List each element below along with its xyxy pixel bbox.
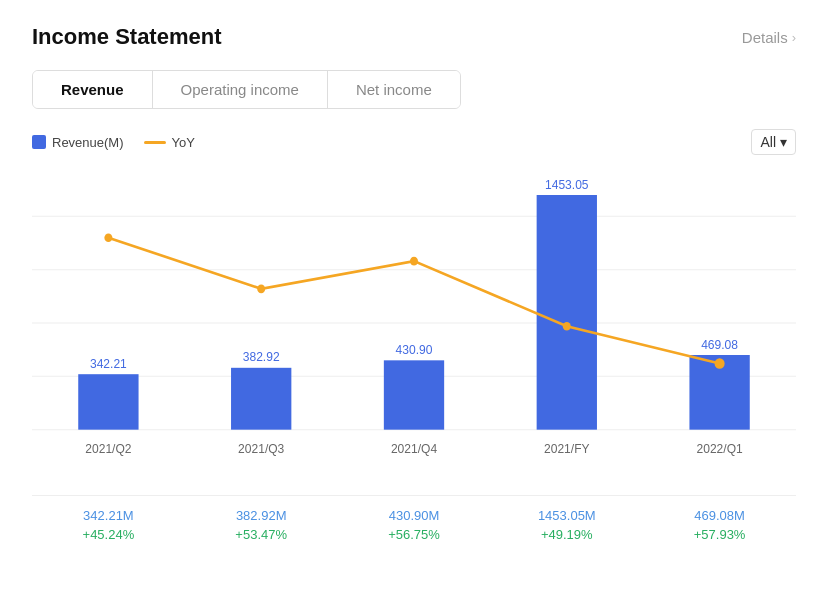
yoy-dot-2021Q4 (410, 257, 418, 266)
filter-label: All (760, 134, 776, 150)
details-link[interactable]: Details › (742, 29, 796, 46)
bar-2021Q2 (78, 374, 138, 429)
yoy-dot-2021Q3 (257, 285, 265, 294)
filter-chevron-icon: ▾ (780, 134, 787, 150)
x-label-2021Q4: 2021/Q4 (391, 442, 437, 456)
yoy-dot-2021Q2 (104, 233, 112, 242)
filter-button[interactable]: All ▾ (751, 129, 796, 155)
legend-row: Revenue(M) YoY All ▾ (32, 129, 796, 155)
bar-label-2021Q3: 382.92 (243, 350, 280, 364)
yoy-dot-2022Q1 (715, 358, 725, 369)
data-table: 342.21M +45.24% 382.92M +53.47% 430.90M … (32, 495, 796, 542)
x-label-2022Q1: 2022/Q1 (696, 442, 742, 456)
bar-label-2021Q2: 342.21 (90, 356, 127, 370)
tab-operating-income[interactable]: Operating income (153, 71, 328, 108)
growth-value-2021Q3: +53.47% (235, 527, 287, 542)
data-col-2021Q2: 342.21M +45.24% (32, 508, 185, 542)
data-col-2022Q1: 469.08M +57.93% (643, 508, 796, 542)
page-title: Income Statement (32, 24, 222, 50)
x-label-2021Q2: 2021/Q2 (85, 442, 131, 456)
growth-value-2022Q1: +57.93% (694, 527, 746, 542)
yoy-legend-line (144, 141, 166, 144)
x-label-2021Q3: 2021/Q3 (238, 442, 284, 456)
revenue-value-2021Q4: 430.90M (389, 508, 440, 523)
growth-value-2021Q2: +45.24% (83, 527, 135, 542)
revenue-legend-label: Revenue(M) (52, 135, 124, 150)
revenue-value-2021FY: 1453.05M (538, 508, 596, 523)
tab-net-income[interactable]: Net income (328, 71, 460, 108)
yoy-legend-label: YoY (172, 135, 195, 150)
page-header: Income Statement Details › (32, 24, 796, 50)
growth-value-2021Q4: +56.75% (388, 527, 440, 542)
yoy-dot-2021FY (563, 322, 571, 331)
details-label: Details (742, 29, 788, 46)
details-chevron-icon: › (792, 30, 796, 45)
bar-label-2021FY: 1453.05 (545, 177, 589, 191)
growth-value-2021FY: +49.19% (541, 527, 593, 542)
revenue-value-2021Q2: 342.21M (83, 508, 134, 523)
bar-2021FY (537, 195, 597, 430)
bar-label-2022Q1: 469.08 (701, 337, 738, 351)
data-col-2021Q3: 382.92M +53.47% (185, 508, 338, 542)
legend-items: Revenue(M) YoY (32, 135, 195, 150)
tab-revenue[interactable]: Revenue (33, 71, 153, 108)
legend-yoy: YoY (144, 135, 195, 150)
legend-revenue: Revenue(M) (32, 135, 124, 150)
revenue-legend-box (32, 135, 46, 149)
revenue-value-2021Q3: 382.92M (236, 508, 287, 523)
chart-svg: 342.21 382.92 430.90 1453.05 469.08 2021… (32, 163, 796, 483)
data-col-2021Q4: 430.90M +56.75% (338, 508, 491, 542)
bar-label-2021Q4: 430.90 (396, 343, 433, 357)
bar-2021Q3 (231, 368, 291, 430)
chart-area: 342.21 382.92 430.90 1453.05 469.08 2021… (32, 163, 796, 483)
data-col-2021FY: 1453.05M +49.19% (490, 508, 643, 542)
x-label-2021FY: 2021/FY (544, 442, 590, 456)
bar-2021Q4 (384, 360, 444, 429)
tab-bar: Revenue Operating income Net income (32, 70, 461, 109)
revenue-value-2022Q1: 469.08M (694, 508, 745, 523)
